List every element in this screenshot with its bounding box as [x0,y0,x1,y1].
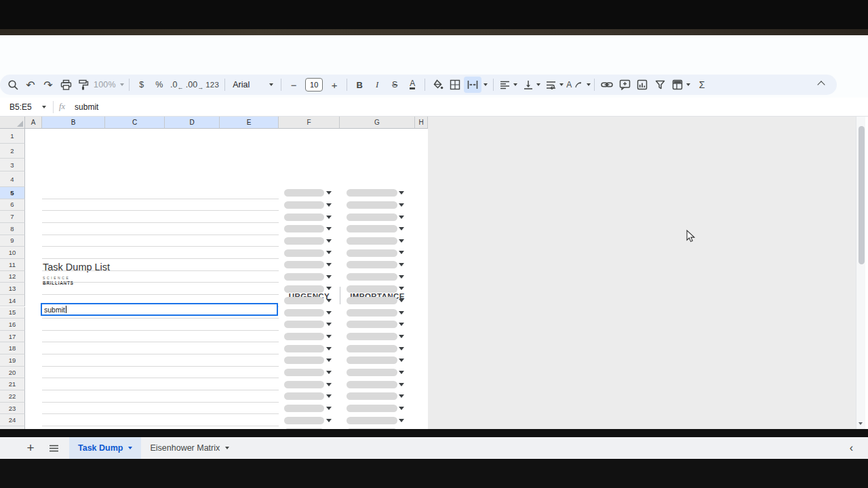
tab-task-dump-caret[interactable] [128,447,132,449]
percent-format-button[interactable]: % [151,77,168,93]
collapse-tabbar-button[interactable]: ‹ [850,437,853,459]
urgency-dropdown-chip-row5[interactable] [284,189,324,197]
importance-dropdown-chip-row9[interactable] [347,237,397,245]
urgency-dropdown-chip-row8[interactable] [284,225,324,232]
column-header-F[interactable]: F [279,117,340,129]
urgency-dropdown-chip-row23[interactable] [284,405,324,412]
urgency-dropdown-chip-row20[interactable] [284,369,324,376]
row-header-20[interactable]: 20 [0,367,25,379]
importance-dropdown-arrow-row23[interactable] [399,407,404,410]
importance-dropdown-arrow-row14[interactable] [399,299,404,302]
urgency-dropdown-chip-row9[interactable] [284,237,324,245]
row-header-16[interactable]: 16 [0,319,25,331]
row-header-7[interactable]: 7 [0,211,25,223]
importance-dropdown-arrow-row21[interactable] [399,383,404,386]
row-header-19[interactable]: 19 [0,354,25,367]
insert-comment-button[interactable] [616,77,633,93]
importance-dropdown-chip-row22[interactable] [347,392,397,400]
urgency-dropdown-chip-row6[interactable] [284,201,324,209]
vertical-scrollbar[interactable] [856,117,865,429]
search-icon[interactable] [4,77,22,93]
number-format-button[interactable]: 123 [203,77,221,93]
importance-dropdown-chip-row14[interactable] [347,297,397,304]
importance-dropdown-arrow-row18[interactable] [399,347,404,350]
urgency-dropdown-chip-row12[interactable] [284,273,324,281]
urgency-dropdown-chip-row19[interactable] [284,357,324,364]
row-header-3[interactable]: 3 [0,159,25,171]
importance-dropdown-arrow-row15[interactable] [399,311,404,314]
font-select[interactable]: Arial [229,77,277,93]
importance-dropdown-chip-row23[interactable] [347,405,397,412]
urgency-dropdown-chip-row7[interactable] [284,214,324,221]
urgency-dropdown-arrow-row10[interactable] [326,251,332,254]
column-header-G[interactable]: G [340,117,415,129]
scroll-down-arrow[interactable] [859,422,863,425]
row-header-24[interactable]: 24 [0,414,25,426]
importance-dropdown-chip-row18[interactable] [347,345,397,352]
urgency-dropdown-chip-row18[interactable] [284,345,324,352]
importance-dropdown-chip-row20[interactable] [347,369,397,376]
urgency-dropdown-chip-row17[interactable] [284,333,324,340]
urgency-dropdown-arrow-row15[interactable] [326,311,332,314]
urgency-dropdown-arrow-row7[interactable] [326,216,332,219]
importance-dropdown-arrow-row12[interactable] [399,275,404,279]
horizontal-align-button[interactable] [497,77,520,93]
select-all-corner[interactable] [0,117,25,129]
urgency-dropdown-chip-row13[interactable] [284,285,324,293]
importance-dropdown-chip-row7[interactable] [347,214,397,221]
urgency-dropdown-chip-row24[interactable] [284,417,324,424]
urgency-dropdown-arrow-row19[interactable] [326,359,332,362]
urgency-dropdown-chip-row15[interactable] [284,309,324,317]
importance-dropdown-arrow-row24[interactable] [399,419,404,422]
vertical-align-button[interactable] [520,77,543,93]
urgency-dropdown-arrow-row8[interactable] [326,227,332,230]
currency-format-button[interactable]: $ [133,77,151,93]
urgency-dropdown-arrow-row20[interactable] [326,371,332,374]
importance-dropdown-arrow-row5[interactable] [399,191,404,195]
urgency-dropdown-chip-row11[interactable] [284,261,324,268]
decrease-decimal-button[interactable]: .0← [168,77,186,93]
row-header-17[interactable]: 17 [0,331,25,343]
name-box[interactable]: B5:E5 [0,102,42,112]
row-header-1[interactable]: 1 [0,129,25,144]
paint-format-button[interactable] [75,77,92,93]
importance-dropdown-arrow-row19[interactable] [399,359,404,362]
row-header-13[interactable]: 13 [0,283,25,295]
importance-dropdown-chip-row6[interactable] [347,201,397,209]
column-header-H[interactable]: H [415,117,428,129]
row-header-22[interactable]: 22 [0,390,25,403]
urgency-dropdown-arrow-row16[interactable] [326,323,332,326]
urgency-dropdown-arrow-row21[interactable] [326,383,332,386]
borders-button[interactable] [446,77,464,93]
importance-dropdown-chip-row24[interactable] [347,417,397,424]
importance-dropdown-chip-row11[interactable] [347,261,397,268]
cell-sheet-title[interactable]: Task Dump List [43,262,110,272]
print-button[interactable] [57,77,75,93]
importance-dropdown-chip-row15[interactable] [347,309,397,317]
urgency-dropdown-arrow-row12[interactable] [326,275,332,279]
active-cell-editor[interactable]: submit [41,303,278,316]
increase-decimal-button[interactable]: .00→ [186,77,203,93]
column-header-C[interactable]: C [105,117,165,129]
all-sheets-button[interactable] [42,437,65,459]
importance-dropdown-arrow-row10[interactable] [399,251,404,254]
name-box-caret[interactable] [42,106,46,108]
column-header-E[interactable]: E [220,117,279,129]
add-sheet-button[interactable]: + [19,437,42,459]
urgency-dropdown-chip-row14[interactable] [284,297,324,304]
font-size-input[interactable]: 10 [305,78,323,92]
bold-button[interactable]: B [351,77,368,93]
importance-dropdown-arrow-row20[interactable] [399,371,404,374]
urgency-dropdown-arrow-row22[interactable] [326,394,332,398]
increase-font-size-button[interactable]: + [326,77,343,93]
importance-dropdown-chip-row12[interactable] [347,273,397,281]
text-color-button[interactable]: A [403,77,421,93]
merge-cells-caret[interactable] [481,77,490,93]
importance-dropdown-chip-row5[interactable] [347,189,397,197]
strikethrough-button[interactable]: S [386,77,403,93]
importance-dropdown-chip-row19[interactable] [347,357,397,364]
row-header-10[interactable]: 10 [0,247,25,259]
importance-dropdown-arrow-row17[interactable] [399,335,404,338]
create-filter-button[interactable] [651,77,669,93]
insert-chart-button[interactable] [633,77,651,93]
